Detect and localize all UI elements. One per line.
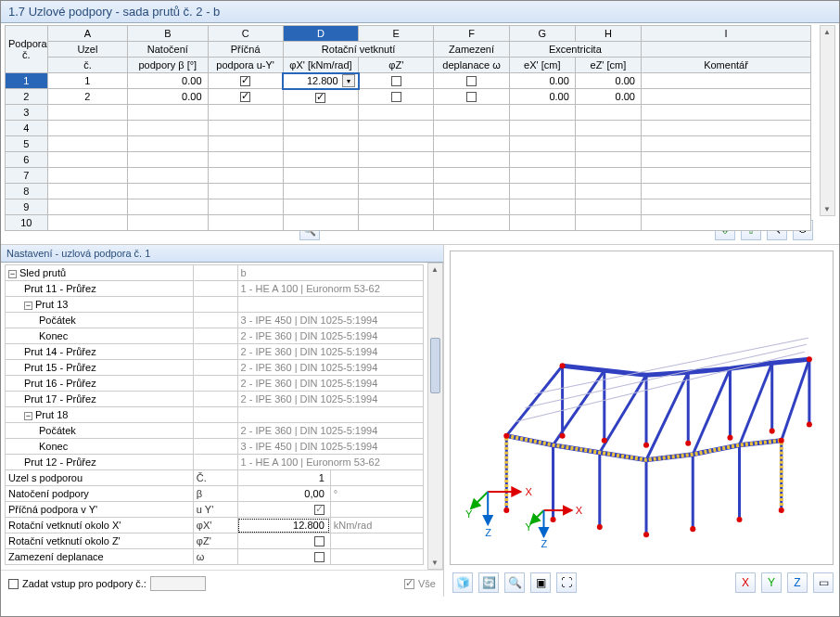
checkbox-icon[interactable] — [240, 76, 250, 86]
dropdown-icon[interactable]: ▾ — [342, 74, 355, 87]
col-G[interactable]: G — [509, 26, 575, 42]
param-phiz[interactable]: Rotační vetknutí okolo Z' — [6, 533, 194, 549]
checkbox-icon[interactable] — [314, 552, 325, 562]
checkbox-icon[interactable] — [391, 76, 401, 86]
grid-scrollbar[interactable] — [820, 25, 835, 216]
cell-comment[interactable] — [641, 89, 810, 105]
row-number[interactable]: 2 — [6, 89, 48, 105]
all-checkbox[interactable]: Vše — [404, 578, 436, 589]
tree-item[interactable]: Prut 16 - Průřez — [6, 376, 194, 392]
col-D[interactable]: D — [283, 26, 358, 42]
col-C[interactable]: C — [208, 26, 283, 42]
cell-uzel[interactable]: 1 — [47, 73, 127, 89]
cell-omega[interactable] — [434, 89, 509, 105]
checkbox-icon[interactable] — [314, 505, 325, 515]
table-row[interactable]: 2 2 0.00 0.00 0.00 — [6, 89, 811, 105]
checkbox-icon[interactable] — [466, 76, 477, 86]
table-row[interactable]: 6 — [6, 152, 811, 168]
table-row[interactable]: 10 — [6, 215, 811, 231]
col-I[interactable]: I — [641, 26, 810, 42]
model-viewport[interactable]: X Y Z X Y Z — [450, 251, 834, 565]
row-number[interactable]: 6 — [6, 152, 48, 168]
tree-item[interactable]: Prut 11 - Průřez — [6, 281, 194, 297]
cell-beta[interactable]: 0.00 — [128, 73, 208, 89]
view-mode-button[interactable]: 🧊 — [452, 572, 473, 593]
row-number[interactable]: 10 — [6, 215, 48, 231]
param-omega[interactable]: Zamezení deplanace — [6, 549, 194, 565]
tree-sled-prutu[interactable]: −Sled prutů — [6, 265, 194, 281]
input-for-supports-checkbox[interactable]: Zadat vstup pro podpory č.: — [8, 576, 206, 591]
row-number[interactable]: 1 — [6, 73, 48, 89]
cell-ex[interactable]: 0.00 — [509, 73, 575, 89]
row-number[interactable]: 8 — [6, 184, 48, 199]
param-beta[interactable]: Natočení podpory — [6, 486, 194, 502]
cell-phiz[interactable] — [359, 73, 434, 89]
view-x-button[interactable]: X — [735, 572, 756, 593]
cell-uzel[interactable]: 2 — [47, 89, 127, 105]
cell-pricna[interactable] — [208, 73, 283, 89]
table-row[interactable]: 7 — [6, 168, 811, 184]
row-number[interactable]: 5 — [6, 136, 48, 152]
rotate-button[interactable]: 🔄 — [478, 572, 499, 593]
cell-ez[interactable]: 0.00 — [575, 73, 641, 89]
row-number[interactable]: 3 — [6, 105, 48, 121]
cell-phiz[interactable] — [359, 89, 434, 105]
table-row[interactable]: 3 — [6, 105, 811, 121]
zoom-button[interactable]: 🔍 — [504, 572, 525, 593]
supports-table[interactable]: Podporač. A B C D E F G H I Uzel Natočen… — [5, 25, 811, 231]
row-number[interactable]: 7 — [6, 168, 48, 184]
tree-item[interactable]: Konec — [6, 439, 194, 455]
properties-tree[interactable]: −Sled prutůb Prut 11 - Průřez1 - HE A 10… — [5, 264, 424, 565]
checkbox-icon[interactable] — [8, 579, 19, 589]
tree-item[interactable]: Prut 14 - Průřez — [6, 344, 194, 360]
tree-prut18[interactable]: −Prut 18 — [6, 407, 194, 423]
table-row[interactable]: 5 — [6, 136, 811, 152]
fit-button[interactable]: ▣ — [530, 572, 551, 593]
row-number[interactable]: 4 — [6, 121, 48, 136]
checkbox-icon[interactable] — [240, 92, 250, 102]
cell-comment[interactable] — [641, 73, 810, 89]
table-row[interactable]: 9 — [6, 199, 811, 215]
tree-item[interactable]: Počátek — [6, 313, 194, 328]
view-z-button[interactable]: Z — [787, 572, 808, 593]
checkbox-icon[interactable] — [404, 579, 414, 589]
col-E[interactable]: E — [359, 26, 434, 42]
row-number[interactable]: 9 — [6, 199, 48, 215]
table-row[interactable]: 8 — [6, 184, 811, 199]
col-A[interactable]: A — [47, 26, 127, 42]
cell-phix-dropdown[interactable]: 12.800▾ — [283, 73, 358, 89]
table-row[interactable]: 1 1 0.00 12.800▾ 0.00 0.00 — [6, 73, 811, 89]
table-row[interactable]: 4 — [6, 121, 811, 136]
checkbox-icon[interactable] — [391, 92, 401, 102]
cell-beta[interactable]: 0.00 — [128, 89, 208, 105]
tree-item[interactable]: Počátek — [6, 423, 194, 439]
tree-item[interactable]: Konec — [6, 328, 194, 344]
tree-item[interactable]: Prut 15 - Průřez — [6, 360, 194, 376]
param-uzel[interactable]: Uzel s podporou — [6, 470, 194, 486]
col-F[interactable]: F — [434, 26, 509, 42]
supports-range-input[interactable] — [150, 576, 206, 591]
view-y-button[interactable]: Y — [761, 572, 782, 593]
collapse-icon[interactable]: − — [24, 412, 32, 420]
tree-prut13[interactable]: −Prut 13 — [6, 297, 194, 313]
cell-ez[interactable]: 0.00 — [575, 89, 641, 105]
checkbox-icon[interactable] — [466, 92, 477, 102]
fullscreen-button[interactable]: ⛶ — [556, 572, 577, 593]
col-H[interactable]: H — [575, 26, 641, 42]
cell-ex[interactable]: 0.00 — [509, 89, 575, 105]
param-uy[interactable]: Příčná podpora v Y' — [6, 502, 194, 518]
tree-item[interactable]: Prut 17 - Průřez — [6, 392, 194, 407]
cell-omega[interactable] — [434, 73, 509, 89]
col-B[interactable]: B — [128, 26, 208, 42]
cell-phix[interactable] — [283, 89, 358, 105]
scrollbar-thumb[interactable] — [430, 338, 440, 393]
cell-pricna[interactable] — [208, 89, 283, 105]
checkbox-icon[interactable] — [314, 536, 325, 546]
view-iso-button[interactable]: ▭ — [813, 572, 834, 593]
param-phix[interactable]: Rotační vetknutí okolo X' — [6, 518, 194, 533]
tree-scrollbar[interactable] — [427, 263, 443, 570]
collapse-icon[interactable]: − — [24, 302, 32, 310]
collapse-icon[interactable]: − — [8, 270, 17, 278]
tree-item[interactable]: Prut 12 - Průřez — [6, 455, 194, 470]
checkbox-icon[interactable] — [315, 93, 325, 103]
